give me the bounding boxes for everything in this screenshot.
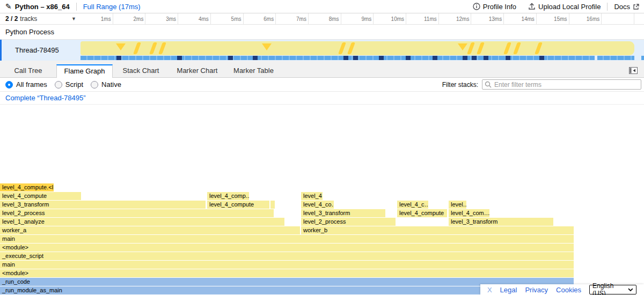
flame-block[interactable]: level_4… <box>301 192 323 200</box>
ruler-tick: 16ms <box>569 13 602 24</box>
flame-block[interactable]: level_4_compute <box>0 192 81 200</box>
flame-block[interactable]: _execute_script <box>0 252 574 260</box>
filter-bar: All framesScriptNative Filter stacks: <box>0 78 644 92</box>
footer-link-cookies[interactable]: Cookies <box>556 286 581 294</box>
flame-block[interactable]: level_2_process <box>301 218 396 226</box>
flame-block[interactable]: worker_a <box>0 226 300 234</box>
flame-block[interactable]: level_4_comp… <box>207 192 249 200</box>
ruler-tick: 9ms <box>341 13 374 24</box>
ruler-tick: 14ms <box>504 13 537 24</box>
footer-link-privacy[interactable]: Privacy <box>525 286 548 294</box>
time-ruler: 1ms2ms3ms4ms5ms6ms7ms8ms9ms10ms11ms12ms1… <box>80 13 634 24</box>
flame-block[interactable]: level_3_transform <box>0 201 206 209</box>
ruler-tick: 1ms <box>80 13 113 24</box>
radio-icon <box>5 81 13 88</box>
flame-block[interactable]: worker_b <box>301 226 574 234</box>
track-marker-slash <box>467 42 475 54</box>
docs-button[interactable]: Docs <box>614 3 640 11</box>
ruler-tick: 11ms <box>406 13 439 24</box>
activity-dark-segment <box>433 56 437 60</box>
flame-block[interactable]: level_4_compute <box>207 201 269 209</box>
activity-dark-segment <box>343 56 348 60</box>
thread-track[interactable]: Thread-78495 <box>0 40 644 61</box>
thread-marker-band[interactable] <box>80 41 634 55</box>
flame-block[interactable]: level_4_com… <box>449 209 489 217</box>
tab-marker-table[interactable]: Marker Table <box>225 64 282 77</box>
flame-block[interactable]: level_4_compute <box>397 209 447 217</box>
track-marker-slash <box>347 42 355 54</box>
activity-dark-segment <box>539 56 544 60</box>
radio-script[interactable]: Script <box>55 80 83 88</box>
process-label: Python Process <box>5 28 54 36</box>
ruler-tick-label: 10ms <box>391 16 404 22</box>
breadcrumb: Complete “Thread-78495” <box>0 92 644 105</box>
edit-pencil-icon[interactable]: ✎ <box>5 2 12 11</box>
thread-label: Thread-78495 <box>15 46 59 54</box>
flame-block[interactable]: level_2_process <box>0 209 274 217</box>
radio-icon <box>91 81 98 88</box>
activity-dark-segment <box>379 56 384 60</box>
footer-link-legal[interactable]: Legal <box>500 286 517 294</box>
sidebar-toggle-icon <box>629 67 638 74</box>
radio-label: All frames <box>16 80 47 88</box>
activity-dark-segment <box>506 56 510 60</box>
full-range-link[interactable]: Full Range (17ms) <box>83 3 141 11</box>
activity-dark-segment <box>177 56 182 60</box>
ruler-tick-label: 12ms <box>456 16 469 22</box>
footer-link-x[interactable]: X <box>487 286 492 294</box>
thread-activity-graph[interactable] <box>80 56 634 60</box>
ruler-tick: 3ms <box>145 13 178 24</box>
flame-block[interactable]: level_1_analyze <box>0 218 284 226</box>
ruler-tick: 10ms <box>374 13 406 24</box>
ruler-tick: 8ms <box>309 13 341 24</box>
flame-block[interactable]: <module> <box>0 269 574 277</box>
flame-block[interactable]: main <box>0 261 574 269</box>
flame-block[interactable]: level… <box>449 201 466 209</box>
activity-dark-segment <box>116 56 121 60</box>
filter-stacks-input[interactable] <box>482 79 641 90</box>
process-track-header[interactable]: Python Process <box>0 25 644 40</box>
flame-block[interactable]: level_3_transform <box>449 218 553 226</box>
activity-dark-segment <box>463 56 467 60</box>
divider <box>607 3 608 11</box>
flame-block[interactable]: level_3_transform <box>301 209 385 217</box>
sidebar-toggle-button[interactable] <box>628 66 639 75</box>
track-marker-triangle <box>116 43 126 50</box>
ruler-tick-label: 7ms <box>296 16 306 22</box>
flame-block[interactable]: main <box>0 235 574 243</box>
tab-marker-chart[interactable]: Marker Chart <box>169 64 225 77</box>
ruler-tick-label: 5ms <box>231 16 241 22</box>
ruler-tick: 7ms <box>276 13 309 24</box>
radio-all-frames[interactable]: All frames <box>5 80 47 88</box>
breadcrumb-complete-thread[interactable]: Complete “Thread-78495” <box>5 94 86 102</box>
flame-block[interactable]: <module> <box>0 244 574 252</box>
activity-dark-segment <box>472 56 477 60</box>
ruler-tick: 2ms <box>113 13 146 24</box>
profiler-app: ✎ Python – x86_64 Full Range (17ms) Prof… <box>0 0 644 295</box>
ruler-tick-label: 2ms <box>134 16 144 22</box>
activity-dark-segment <box>353 56 358 60</box>
radio-native[interactable]: Native <box>91 80 121 88</box>
flame-block[interactable]: level_4_c… <box>397 201 428 209</box>
upload-profile-button[interactable]: Upload Local Profile <box>528 3 601 11</box>
external-link-icon <box>633 3 640 10</box>
tab-stack-chart[interactable]: Stack Chart <box>113 64 169 77</box>
ruler-tick <box>602 13 634 24</box>
tab-bar: Call TreeFlame GraphStack ChartMarker Ch… <box>0 61 644 78</box>
flame-block[interactable] <box>270 201 275 209</box>
tracks-dropdown-button[interactable]: 2 / 2 tracks ▼ <box>0 13 80 24</box>
flame-block[interactable]: level_4_co… <box>301 201 334 209</box>
flame-block[interactable]: level_4_compute.<l… <box>0 183 54 191</box>
track-marker-slash <box>158 42 166 54</box>
chevron-down-icon: ▼ <box>71 16 76 21</box>
language-select[interactable]: English (US) <box>589 285 636 294</box>
tab-call-tree[interactable]: Call Tree <box>0 64 56 77</box>
chevron-down-icon <box>628 288 633 291</box>
track-marker-slash <box>133 42 141 54</box>
profile-info-button[interactable]: Profile Info <box>473 3 516 11</box>
activity-segment <box>641 56 644 60</box>
activity-gap <box>595 56 597 60</box>
tab-flame-graph[interactable]: Flame Graph <box>56 64 113 78</box>
filter-stacks-label: Filter stacks: <box>442 81 478 88</box>
tracks-word: tracks <box>20 15 37 23</box>
